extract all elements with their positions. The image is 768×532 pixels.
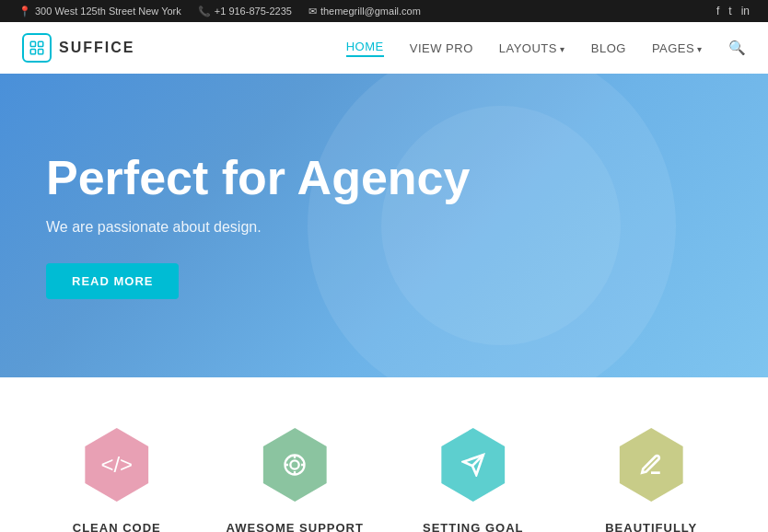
phone: 📞 +1 916-875-2235 [198,6,292,17]
nav-home[interactable]: HOME [346,40,384,57]
brand-name: SUFFICE [59,40,134,56]
clean-code-hex: </> [80,428,154,502]
awesome-support-icon-container [253,423,336,506]
email-icon: ✉ [308,6,317,17]
hero-section: Perfect for Agency We are passionate abo… [0,74,768,377]
hero-subtitle: We are passionate about design. [46,219,470,236]
beautifully-designed-hex [614,428,688,502]
clean-code-title: CLEAN CODE [73,521,161,532]
svg-point-5 [291,460,299,468]
awesome-support-hex [258,428,332,502]
setting-goal-title: SETTING GOAL [423,521,524,532]
read-more-button[interactable]: READ MORE [46,263,179,299]
hero-title: Perfect for Agency [46,152,470,204]
linkedin-link[interactable]: in [741,5,750,17]
top-bar-left: 📍 300 West 125th Street New York 📞 +1 91… [18,6,421,17]
top-bar: 📍 300 West 125th Street New York 📞 +1 91… [0,0,768,22]
setting-goal-hex [436,428,510,502]
feature-setting-goal: SETTING GOAL The point of using Lorem Ip… [390,423,556,532]
svg-rect-1 [39,41,43,46]
nav-viewpro[interactable]: VIEW PRO [410,41,473,55]
beautifully-designed-icon-container [610,423,692,506]
twitter-link[interactable]: t [728,5,731,17]
nav-layouts[interactable]: LAYOUTS [499,41,565,55]
phone-icon: 📞 [198,6,211,17]
features-section: </> CLEAN CODE The point of using Lorem … [0,377,768,532]
setting-goal-icon-container [432,423,515,506]
svg-rect-2 [30,50,35,54]
location-icon: 📍 [18,6,31,17]
top-bar-right: f t in [716,5,750,17]
address: 📍 300 West 125th Street New York [18,6,181,17]
feature-beautifully-designed: BEAUTIFULLY DESIGNED The point of using … [568,423,734,532]
awesome-support-title: AWESOME SUPPORT [227,521,364,532]
svg-rect-0 [30,41,35,46]
nav-links: HOME VIEW PRO LAYOUTS BLOG PAGES 🔍 [346,40,746,57]
nav-blog[interactable]: BLOG [591,41,626,55]
search-icon[interactable]: 🔍 [728,40,746,56]
feature-awesome-support: AWESOME SUPPORT The point of using Lorem… [212,423,378,532]
feature-clean-code: </> CLEAN CODE The point of using Lorem … [34,423,200,532]
nav-pages[interactable]: PAGES [652,41,703,55]
email: ✉ themegrill@gmail.com [308,6,421,17]
facebook-link[interactable]: f [716,5,719,17]
hero-content: Perfect for Agency We are passionate abo… [46,152,470,299]
brand-icon [22,33,52,63]
svg-rect-3 [39,50,43,54]
brand: SUFFICE [22,33,134,63]
beautifully-designed-title: BEAUTIFULLY DESIGNED [568,521,734,532]
clean-code-icon-container: </> [76,423,158,506]
navbar: SUFFICE HOME VIEW PRO LAYOUTS BLOG PAGES… [0,22,768,74]
